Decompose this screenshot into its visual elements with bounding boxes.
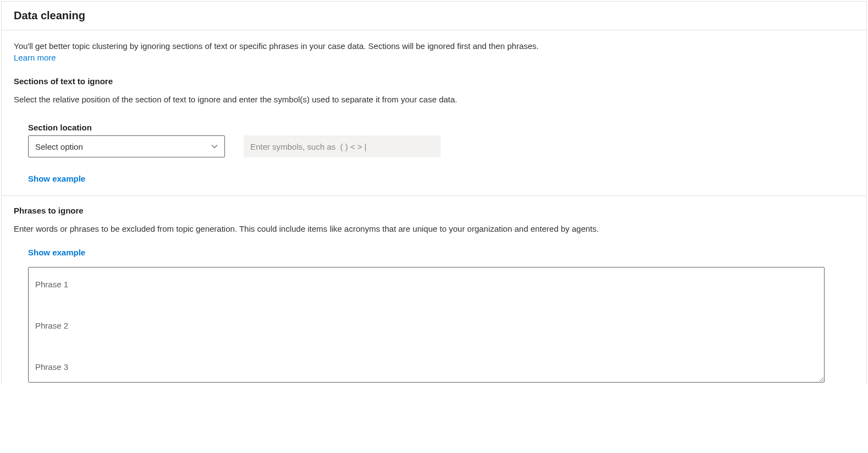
symbols-field: [244, 135, 441, 157]
show-example-sections-link[interactable]: Show example: [28, 174, 85, 183]
section-location-row: Section location Select option: [28, 123, 854, 157]
section-location-select-value: Select option: [35, 142, 83, 151]
panel-header: Data cleaning: [2, 2, 866, 30]
phrases-heading: Phrases to ignore: [14, 206, 854, 215]
data-cleaning-panel: Data cleaning You'll get better topic cl…: [1, 1, 867, 384]
sections-heading: Sections of text to ignore: [14, 77, 854, 86]
learn-more-link[interactable]: Learn more: [14, 53, 56, 62]
section-location-label: Section location: [28, 123, 225, 132]
sections-to-ignore-block: Sections of text to ignore Select the re…: [14, 77, 854, 195]
section-location-field: Section location Select option: [28, 123, 225, 157]
sections-description: Select the relative position of the sect…: [14, 94, 701, 105]
phrases-textarea[interactable]: [28, 267, 825, 383]
page-title: Data cleaning: [14, 9, 854, 22]
symbols-input[interactable]: [244, 135, 441, 157]
phrases-textarea-wrap: [14, 267, 854, 384]
intro-text: You'll get better topic clustering by ig…: [14, 40, 854, 52]
section-location-select-wrap: Select option: [28, 135, 225, 157]
show-example-phrases-link[interactable]: Show example: [28, 248, 85, 257]
phrases-to-ignore-block: Phrases to ignore Enter words or phrases…: [14, 196, 854, 384]
section-location-select[interactable]: Select option: [28, 135, 225, 157]
panel-body: You'll get better topic clustering by ig…: [2, 30, 866, 384]
phrases-description: Enter words or phrases to be excluded fr…: [14, 223, 701, 234]
